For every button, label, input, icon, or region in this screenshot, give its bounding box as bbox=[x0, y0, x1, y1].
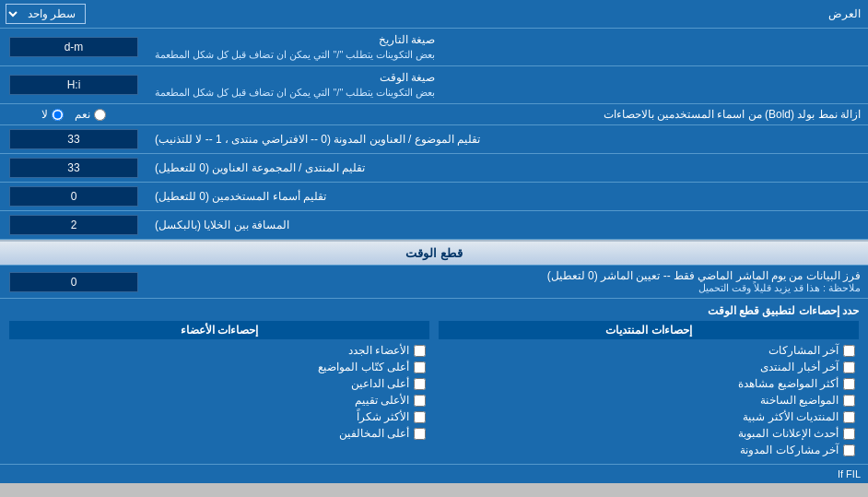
label-top-rated: الأعلى تقييم bbox=[355, 394, 409, 407]
checkbox-new-members[interactable] bbox=[414, 345, 426, 357]
label-top-writers: أعلى كتّاب المواضيع bbox=[318, 361, 409, 373]
date-format-control bbox=[0, 29, 147, 65]
forum-stats-header: إحصاءات المنتديات bbox=[439, 321, 859, 339]
checkbox-forum-news[interactable] bbox=[843, 361, 855, 373]
list-item: الأعلى تقييم bbox=[9, 392, 429, 408]
usernames-control bbox=[0, 183, 147, 210]
label-hot-topics: المواضيع الساخنة bbox=[760, 394, 839, 407]
list-item: آخر أخبار المنتدى bbox=[439, 359, 859, 375]
cutoff-control bbox=[0, 266, 147, 298]
label-classified-ads: أحدث الإعلانات المبوبة bbox=[738, 427, 839, 440]
time-format-input[interactable] bbox=[9, 75, 138, 95]
date-format-label: صيغة التاريخ بعض التكوينات يتطلب "/" الت… bbox=[147, 29, 868, 65]
list-item: الأعضاء الجدد bbox=[9, 342, 429, 359]
bold-remove-label: ازالة نمط بولد (Bold) من اسماء المستخدمي… bbox=[147, 104, 868, 124]
cutoff-input[interactable] bbox=[9, 272, 138, 292]
bold-no-label[interactable]: لا bbox=[41, 108, 64, 121]
label-most-similar: المنتديات الأكثر شبية bbox=[743, 410, 839, 423]
time-format-row: صيغة الوقت بعض التكوينات يتطلب "/" التي … bbox=[0, 66, 868, 104]
bold-yes-text: نعم bbox=[75, 108, 90, 121]
forum-titles-label: تقليم المنتدى / المجموعة العناوين (0 للت… bbox=[147, 154, 868, 182]
forum-titles-control bbox=[0, 154, 147, 182]
list-item: المواضيع الساخنة bbox=[439, 392, 859, 408]
cell-spacing-label: المسافة بين الخلايا (بالبكسل) bbox=[147, 211, 868, 239]
label-last-posts: آخر المشاركات bbox=[768, 344, 839, 357]
checkboxes-title: حدد إحصاءات لتطبيق قطع الوقت bbox=[9, 304, 859, 317]
usernames-input[interactable] bbox=[9, 186, 138, 207]
list-item: المنتديات الأكثر شبية bbox=[439, 408, 859, 425]
label-forum-news: آخر أخبار المنتدى bbox=[760, 361, 839, 373]
display-select[interactable]: سطر واحد سطران ثلاثة أسطر bbox=[6, 4, 86, 24]
checkbox-blog-posts[interactable] bbox=[843, 444, 855, 456]
bottom-text: If FIL bbox=[838, 468, 861, 479]
bold-remove-control: نعم لا bbox=[0, 104, 147, 124]
label-most-thanked: الأكثر شكراً bbox=[357, 410, 409, 423]
checkbox-most-similar[interactable] bbox=[843, 411, 855, 423]
date-format-input[interactable] bbox=[9, 37, 138, 57]
forum-titles-row: تقليم المنتدى / المجموعة العناوين (0 للت… bbox=[0, 154, 868, 183]
list-item: أعلى المخالفين bbox=[9, 425, 429, 442]
checkbox-hot-topics[interactable] bbox=[843, 395, 855, 407]
label-new-members: الأعضاء الجدد bbox=[348, 344, 409, 357]
checkbox-top-writers[interactable] bbox=[414, 361, 426, 373]
checkboxes-area: حدد إحصاءات لتطبيق قطع الوقت إحصاءات الم… bbox=[0, 299, 868, 465]
list-item: آخر مشاركات المدونة bbox=[439, 442, 859, 458]
cell-spacing-row: المسافة بين الخلايا (بالبكسل) bbox=[0, 211, 868, 240]
time-format-control bbox=[0, 66, 147, 103]
list-item: أحدث الإعلانات المبوبة bbox=[439, 425, 859, 442]
usernames-row: تقليم أسماء المستخدمين (0 للتعطيل) bbox=[0, 183, 868, 211]
checkboxes-title-row: حدد إحصاءات لتطبيق قطع الوقت bbox=[9, 304, 859, 321]
label-top-inviters: أعلى الداعين bbox=[351, 377, 409, 390]
label-top-violators: أعلى المخالفين bbox=[339, 427, 409, 440]
member-stats-header: إحصاءات الأعضاء bbox=[9, 321, 429, 339]
topic-titles-row: تقليم الموضوع / العناوين المدونة (0 -- ا… bbox=[0, 125, 868, 154]
bold-yes-radio[interactable] bbox=[94, 109, 106, 121]
cutoff-section-header: قطع الوقت bbox=[0, 240, 868, 266]
date-format-row: صيغة التاريخ بعض التكوينات يتطلب "/" الت… bbox=[0, 29, 868, 66]
checkbox-last-posts[interactable] bbox=[843, 345, 855, 357]
header-row: العرض سطر واحد سطران ثلاثة أسطر bbox=[0, 0, 868, 29]
header-label: العرض bbox=[91, 4, 868, 24]
list-item: آخر المشاركات bbox=[439, 342, 859, 359]
topic-titles-control bbox=[0, 125, 147, 153]
topic-titles-input[interactable] bbox=[9, 129, 138, 149]
list-item: أعلى كتّاب المواضيع bbox=[9, 359, 429, 375]
header-select-container: سطر واحد سطران ثلاثة أسطر bbox=[0, 0, 91, 28]
checkbox-top-inviters[interactable] bbox=[414, 378, 426, 390]
cutoff-row: فرز البيانات من يوم الماشر الماضي فقط --… bbox=[0, 266, 868, 299]
checkbox-most-thanked[interactable] bbox=[414, 411, 426, 423]
label-blog-posts: آخر مشاركات المدونة bbox=[740, 444, 839, 456]
member-stats-col: إحصاءات الأعضاء الأعضاء الجدد أعلى كتّاب… bbox=[9, 321, 429, 458]
cutoff-label: فرز البيانات من يوم الماشر الماضي فقط --… bbox=[147, 266, 868, 298]
checkbox-top-violators[interactable] bbox=[414, 428, 426, 440]
forum-titles-input[interactable] bbox=[9, 158, 138, 178]
bold-remove-row: ازالة نمط بولد (Bold) من اسماء المستخدمي… bbox=[0, 104, 868, 125]
list-item: أكثر المواضيع مشاهدة bbox=[439, 375, 859, 392]
time-format-label: صيغة الوقت بعض التكوينات يتطلب "/" التي … bbox=[147, 66, 868, 103]
label-most-viewed: أكثر المواضيع مشاهدة bbox=[738, 377, 839, 390]
list-item: أعلى الداعين bbox=[9, 375, 429, 392]
list-item: الأكثر شكراً bbox=[9, 408, 429, 425]
checkbox-most-viewed[interactable] bbox=[843, 378, 855, 390]
checkbox-top-rated[interactable] bbox=[414, 395, 426, 407]
topic-titles-label: تقليم الموضوع / العناوين المدونة (0 -- ا… bbox=[147, 125, 868, 153]
bold-no-radio[interactable] bbox=[52, 109, 64, 121]
cell-spacing-control bbox=[0, 211, 147, 239]
bold-yes-label[interactable]: نعم bbox=[75, 108, 106, 121]
checkbox-columns: إحصاءات المنتديات آخر المشاركات آخر أخبا… bbox=[9, 321, 859, 458]
checkbox-classified-ads[interactable] bbox=[843, 428, 855, 440]
forum-stats-col: إحصاءات المنتديات آخر المشاركات آخر أخبا… bbox=[439, 321, 859, 458]
usernames-label: تقليم أسماء المستخدمين (0 للتعطيل) bbox=[147, 183, 868, 210]
bold-no-text: لا bbox=[41, 108, 48, 121]
bottom-bar: If FIL bbox=[0, 465, 868, 483]
cell-spacing-input[interactable] bbox=[9, 215, 138, 235]
